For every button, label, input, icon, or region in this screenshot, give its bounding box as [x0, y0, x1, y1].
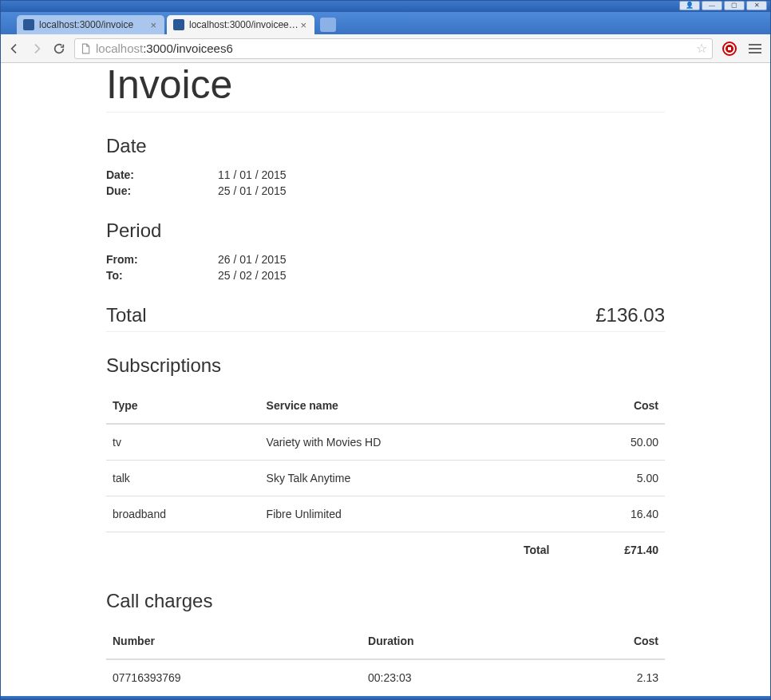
subscriptions-table: Type Service name Cost tv Variety with M… [106, 388, 665, 568]
col-number: Number [106, 623, 362, 659]
total-label: Total [106, 304, 147, 326]
adblock-icon [722, 42, 737, 56]
col-type: Type [106, 388, 260, 424]
to-value: 25 / 02 / 2015 [218, 269, 665, 282]
col-duration: Duration [362, 623, 547, 659]
new-tab-button[interactable] [320, 18, 336, 32]
close-icon[interactable]: × [148, 19, 158, 31]
address-bar[interactable]: localhost:3000/invoicees6 ☆ [74, 38, 713, 59]
table-row: talk Sky Talk Anytime 5.00 [106, 461, 665, 496]
call-charges-table: Number Duration Cost 07716393769 00:23:0… [106, 623, 665, 695]
col-cost: Cost [547, 623, 665, 659]
col-cost: Cost [556, 388, 665, 424]
due-label: Due: [106, 184, 218, 197]
period-heading: Period [106, 219, 665, 242]
from-value: 26 / 01 / 2015 [218, 253, 665, 266]
back-button[interactable] [7, 42, 22, 56]
tab-title: localhost:3000/invoice [39, 19, 148, 30]
menu-button[interactable] [746, 40, 764, 57]
date-heading: Date [106, 135, 665, 157]
adblock-extension-button[interactable] [721, 40, 738, 57]
col-name: Service name [260, 388, 556, 424]
subscriptions-heading: Subscriptions [106, 354, 665, 377]
window-titlebar: 👤 — ▢ ✕ [1, 1, 770, 12]
tab-strip: localhost:3000/invoice × localhost:3000/… [1, 12, 770, 34]
table-row: tv Variety with Movies HD 50.00 [106, 424, 665, 461]
favicon-icon [173, 19, 184, 30]
due-value: 25 / 01 / 2015 [218, 184, 665, 197]
browser-tab[interactable]: localhost:3000/invoice × [17, 15, 164, 34]
tab-title: localhost:3000/invoicees6 [189, 19, 299, 30]
bookmark-star-icon[interactable]: ☆ [696, 41, 707, 56]
from-label: From: [106, 253, 218, 266]
grand-total-row: Total £136.03 [106, 304, 665, 332]
date-value: 11 / 01 / 2015 [218, 168, 665, 181]
browser-tab[interactable]: localhost:3000/invoicees6 × [167, 15, 314, 34]
date-list: Date: 11 / 01 / 2015 Due: 25 / 01 / 2015 [106, 168, 665, 197]
user-button[interactable]: 👤 [679, 1, 700, 10]
close-icon[interactable]: × [299, 19, 308, 31]
call-charges-heading: Call charges [106, 590, 665, 612]
forward-button[interactable] [30, 42, 44, 56]
period-list: From: 26 / 01 / 2015 To: 25 / 02 / 2015 [106, 253, 665, 282]
page-icon [80, 42, 91, 55]
to-label: To: [106, 269, 218, 282]
date-label: Date: [106, 168, 218, 181]
subscriptions-total-row: Total £71.40 [106, 532, 665, 568]
url-host: localhost [96, 42, 143, 55]
reload-button[interactable] [52, 42, 66, 56]
page-title: Invoice [106, 63, 665, 113]
close-button[interactable]: ✕ [746, 1, 767, 10]
minimize-button[interactable]: — [702, 1, 722, 10]
window-bottom-border [1, 696, 770, 699]
browser-toolbar: localhost:3000/invoicees6 ☆ [1, 34, 770, 63]
table-row: broadband Fibre Unlimited 16.40 [106, 496, 665, 532]
maximize-button[interactable]: ▢ [724, 1, 745, 10]
total-value: £136.03 [595, 304, 665, 326]
url-path: :3000/invoicees6 [143, 42, 233, 55]
table-row: 07716393769 00:23:03 2.13 [106, 659, 665, 695]
page-content[interactable]: Invoice Date Date: 11 / 01 / 2015 Due: 2… [1, 63, 770, 696]
favicon-icon [23, 19, 34, 30]
